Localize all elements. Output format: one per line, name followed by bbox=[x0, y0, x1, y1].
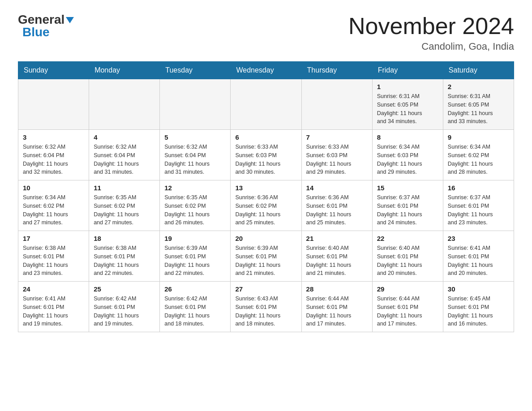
svg-marker-0 bbox=[66, 17, 74, 23]
day-info: Sunrise: 6:44 AM Sunset: 6:01 PM Dayligh… bbox=[377, 295, 438, 328]
day-info: Sunrise: 6:38 AM Sunset: 6:01 PM Dayligh… bbox=[23, 244, 84, 278]
calendar-day-cell: 11Sunrise: 6:35 AM Sunset: 6:02 PM Dayli… bbox=[89, 180, 160, 231]
logo-general-text: General bbox=[18, 13, 64, 26]
day-number: 3 bbox=[23, 133, 84, 141]
calendar-day-cell: 10Sunrise: 6:34 AM Sunset: 6:02 PM Dayli… bbox=[18, 180, 89, 231]
day-number: 8 bbox=[377, 133, 438, 141]
calendar-day-cell: 23Sunrise: 6:41 AM Sunset: 6:01 PM Dayli… bbox=[443, 231, 514, 282]
calendar-day-cell: 1Sunrise: 6:31 AM Sunset: 6:05 PM Daylig… bbox=[372, 79, 443, 130]
day-number: 27 bbox=[235, 285, 296, 293]
day-info: Sunrise: 6:44 AM Sunset: 6:01 PM Dayligh… bbox=[306, 295, 368, 328]
day-number: 11 bbox=[94, 184, 155, 192]
calendar-day-cell bbox=[301, 79, 372, 130]
day-info: Sunrise: 6:43 AM Sunset: 6:01 PM Dayligh… bbox=[235, 295, 296, 328]
day-info: Sunrise: 6:36 AM Sunset: 6:01 PM Dayligh… bbox=[306, 193, 368, 227]
calendar-week-row: 10Sunrise: 6:34 AM Sunset: 6:02 PM Dayli… bbox=[18, 180, 514, 231]
page-header: General Blue November 2024 Candolim, Goa… bbox=[18, 13, 514, 52]
calendar-day-cell: 14Sunrise: 6:36 AM Sunset: 6:01 PM Dayli… bbox=[301, 180, 372, 231]
calendar-day-cell: 13Sunrise: 6:36 AM Sunset: 6:02 PM Dayli… bbox=[231, 180, 301, 231]
calendar-day-cell: 20Sunrise: 6:39 AM Sunset: 6:01 PM Dayli… bbox=[231, 231, 301, 282]
day-info: Sunrise: 6:35 AM Sunset: 6:02 PM Dayligh… bbox=[94, 193, 155, 227]
calendar-day-cell: 8Sunrise: 6:34 AM Sunset: 6:03 PM Daylig… bbox=[372, 130, 443, 180]
day-info: Sunrise: 6:39 AM Sunset: 6:01 PM Dayligh… bbox=[164, 244, 226, 278]
location: Candolim, Goa, India bbox=[348, 41, 514, 52]
day-info: Sunrise: 6:37 AM Sunset: 6:01 PM Dayligh… bbox=[377, 193, 438, 227]
day-number: 10 bbox=[23, 184, 84, 192]
day-number: 25 bbox=[94, 285, 155, 293]
day-info: Sunrise: 6:39 AM Sunset: 6:01 PM Dayligh… bbox=[235, 244, 296, 278]
calendar-day-cell bbox=[231, 79, 301, 130]
day-info: Sunrise: 6:42 AM Sunset: 6:01 PM Dayligh… bbox=[94, 295, 155, 328]
day-info: Sunrise: 6:42 AM Sunset: 6:01 PM Dayligh… bbox=[164, 295, 226, 328]
col-tuesday: Tuesday bbox=[160, 62, 231, 79]
calendar-week-row: 1Sunrise: 6:31 AM Sunset: 6:05 PM Daylig… bbox=[18, 79, 514, 130]
day-info: Sunrise: 6:34 AM Sunset: 6:02 PM Dayligh… bbox=[448, 143, 509, 176]
calendar-day-cell bbox=[18, 79, 89, 130]
calendar-day-cell: 17Sunrise: 6:38 AM Sunset: 6:01 PM Dayli… bbox=[18, 231, 89, 282]
calendar-week-row: 3Sunrise: 6:32 AM Sunset: 6:04 PM Daylig… bbox=[18, 130, 514, 180]
day-number: 9 bbox=[448, 133, 509, 141]
day-info: Sunrise: 6:31 AM Sunset: 6:05 PM Dayligh… bbox=[448, 92, 509, 126]
day-number: 17 bbox=[23, 235, 84, 242]
day-number: 12 bbox=[164, 184, 226, 192]
calendar-day-cell: 26Sunrise: 6:42 AM Sunset: 6:01 PM Dayli… bbox=[160, 282, 231, 332]
day-number: 29 bbox=[377, 285, 438, 293]
day-number: 14 bbox=[306, 184, 368, 192]
calendar-day-cell: 12Sunrise: 6:35 AM Sunset: 6:02 PM Dayli… bbox=[160, 180, 231, 231]
day-number: 5 bbox=[164, 133, 226, 141]
logo-blue-text: Blue bbox=[22, 26, 50, 39]
day-info: Sunrise: 6:38 AM Sunset: 6:01 PM Dayligh… bbox=[94, 244, 155, 278]
month-title: November 2024 bbox=[348, 13, 514, 39]
calendar-day-cell: 9Sunrise: 6:34 AM Sunset: 6:02 PM Daylig… bbox=[443, 130, 514, 180]
col-thursday: Thursday bbox=[301, 62, 372, 79]
col-saturday: Saturday bbox=[443, 62, 514, 79]
calendar-day-cell: 28Sunrise: 6:44 AM Sunset: 6:01 PM Dayli… bbox=[301, 282, 372, 332]
day-info: Sunrise: 6:34 AM Sunset: 6:03 PM Dayligh… bbox=[377, 143, 438, 176]
calendar-day-cell: 22Sunrise: 6:40 AM Sunset: 6:01 PM Dayli… bbox=[372, 231, 443, 282]
day-number: 20 bbox=[235, 235, 296, 242]
col-friday: Friday bbox=[372, 62, 443, 79]
day-info: Sunrise: 6:32 AM Sunset: 6:04 PM Dayligh… bbox=[94, 143, 155, 176]
day-number: 30 bbox=[448, 285, 509, 293]
day-number: 7 bbox=[306, 133, 368, 141]
day-info: Sunrise: 6:41 AM Sunset: 6:01 PM Dayligh… bbox=[23, 295, 84, 328]
calendar-day-cell: 4Sunrise: 6:32 AM Sunset: 6:04 PM Daylig… bbox=[89, 130, 160, 180]
calendar-day-cell: 24Sunrise: 6:41 AM Sunset: 6:01 PM Dayli… bbox=[18, 282, 89, 332]
day-info: Sunrise: 6:40 AM Sunset: 6:01 PM Dayligh… bbox=[306, 244, 368, 278]
day-number: 13 bbox=[235, 184, 296, 192]
day-info: Sunrise: 6:36 AM Sunset: 6:02 PM Dayligh… bbox=[235, 193, 296, 227]
day-number: 15 bbox=[377, 184, 438, 192]
title-section: November 2024 Candolim, Goa, India bbox=[348, 13, 514, 52]
col-sunday: Sunday bbox=[18, 62, 89, 79]
day-number: 22 bbox=[377, 235, 438, 242]
day-info: Sunrise: 6:33 AM Sunset: 6:03 PM Dayligh… bbox=[235, 143, 296, 176]
day-number: 16 bbox=[448, 184, 509, 192]
calendar-day-cell: 6Sunrise: 6:33 AM Sunset: 6:03 PM Daylig… bbox=[231, 130, 301, 180]
day-info: Sunrise: 6:32 AM Sunset: 6:04 PM Dayligh… bbox=[23, 143, 84, 176]
day-info: Sunrise: 6:40 AM Sunset: 6:01 PM Dayligh… bbox=[377, 244, 438, 278]
calendar-week-row: 17Sunrise: 6:38 AM Sunset: 6:01 PM Dayli… bbox=[18, 231, 514, 282]
day-info: Sunrise: 6:34 AM Sunset: 6:02 PM Dayligh… bbox=[23, 193, 84, 227]
calendar-day-cell: 3Sunrise: 6:32 AM Sunset: 6:04 PM Daylig… bbox=[18, 130, 89, 180]
calendar-day-cell: 29Sunrise: 6:44 AM Sunset: 6:01 PM Dayli… bbox=[372, 282, 443, 332]
day-info: Sunrise: 6:31 AM Sunset: 6:05 PM Dayligh… bbox=[377, 92, 438, 126]
calendar-day-cell bbox=[160, 79, 231, 130]
logo: General Blue bbox=[18, 13, 76, 39]
day-number: 19 bbox=[164, 235, 226, 242]
day-number: 1 bbox=[377, 83, 438, 90]
calendar-day-cell: 7Sunrise: 6:33 AM Sunset: 6:03 PM Daylig… bbox=[301, 130, 372, 180]
calendar-day-cell: 18Sunrise: 6:38 AM Sunset: 6:01 PM Dayli… bbox=[89, 231, 160, 282]
calendar-day-cell: 27Sunrise: 6:43 AM Sunset: 6:01 PM Dayli… bbox=[231, 282, 301, 332]
calendar-day-cell: 16Sunrise: 6:37 AM Sunset: 6:01 PM Dayli… bbox=[443, 180, 514, 231]
day-number: 26 bbox=[164, 285, 226, 293]
day-info: Sunrise: 6:41 AM Sunset: 6:01 PM Dayligh… bbox=[448, 244, 509, 278]
logo-triangle-icon bbox=[66, 15, 76, 25]
day-number: 28 bbox=[306, 285, 368, 293]
col-monday: Monday bbox=[89, 62, 160, 79]
calendar-day-cell: 15Sunrise: 6:37 AM Sunset: 6:01 PM Dayli… bbox=[372, 180, 443, 231]
col-wednesday: Wednesday bbox=[231, 62, 301, 79]
day-number: 2 bbox=[448, 83, 509, 90]
calendar-day-cell: 5Sunrise: 6:32 AM Sunset: 6:04 PM Daylig… bbox=[160, 130, 231, 180]
day-info: Sunrise: 6:45 AM Sunset: 6:01 PM Dayligh… bbox=[448, 295, 509, 328]
calendar-day-cell: 25Sunrise: 6:42 AM Sunset: 6:01 PM Dayli… bbox=[89, 282, 160, 332]
